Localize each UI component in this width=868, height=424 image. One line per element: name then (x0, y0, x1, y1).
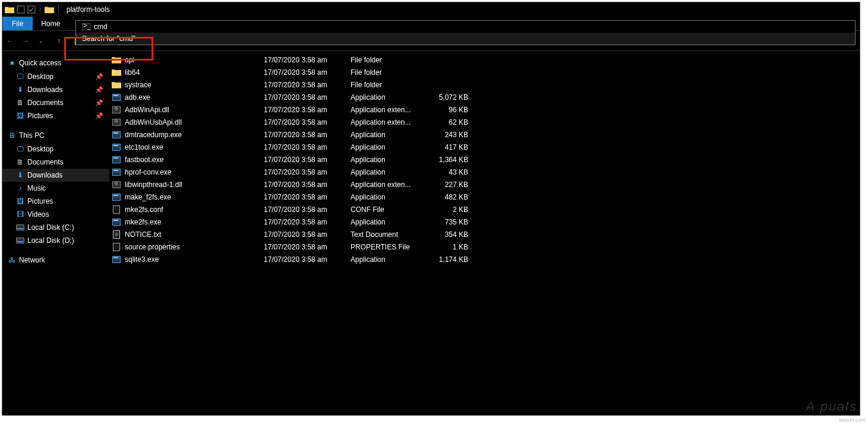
sidebar-item-label: Desktop (27, 145, 53, 153)
pictures-icon: 🖼 (15, 197, 25, 206)
file-row[interactable]: dmtracedump.exe 17/07/2020 3:58 am Appli… (109, 128, 860, 141)
thispc-header[interactable]: 🖥 This PC (2, 128, 109, 143)
file-name: fastboot.exe (124, 156, 264, 164)
file-type: Application exten... (351, 118, 430, 126)
file-date: 17/07/2020 3:58 am (264, 68, 351, 77)
sidebar-item[interactable]: Local Disk (C:) (2, 221, 109, 234)
sidebar-item[interactable]: ♪ Music (2, 182, 109, 195)
file-row[interactable]: AdbWinUsbApi.dll 17/07/2020 3:58 am Appl… (109, 116, 860, 128)
documents-icon: 🗎 (15, 98, 25, 107)
file-icon (109, 144, 124, 151)
file-row[interactable]: source.properties 17/07/2020 3:58 am PRO… (109, 241, 860, 253)
file-name: etc1tool.exe (124, 143, 264, 151)
file-size: 1 KB (430, 243, 472, 251)
back-button[interactable]: ← (2, 33, 18, 49)
suggestion-item[interactable]: >_ cmd (76, 21, 855, 33)
sidebar-item[interactable]: 🖵 Desktop 📌 (2, 70, 109, 83)
file-size: 243 KB (430, 131, 472, 139)
file-name: api (124, 56, 264, 64)
file-date: 17/07/2020 3:58 am (264, 156, 351, 164)
file-date: 17/07/2020 3:58 am (264, 81, 351, 89)
file-name: mke2fs.exe (124, 218, 264, 226)
recent-dropdown[interactable]: ⌄ (33, 33, 49, 49)
pin-icon: 📌 (95, 99, 103, 107)
qat-button[interactable] (17, 5, 25, 14)
sidebar-item[interactable]: ⬇ Downloads (2, 169, 109, 182)
sidebar-item[interactable]: 🖵 Desktop (2, 143, 109, 156)
sidebar-item[interactable]: 🗎 Documents (2, 156, 109, 169)
sidebar-item[interactable]: 🗎 Documents 📌 (2, 96, 109, 109)
file-icon (109, 106, 124, 113)
file-row[interactable]: api 17/07/2020 3:58 am File folder (109, 53, 860, 66)
file-row[interactable]: make_f2fs.exe 17/07/2020 3:58 am Applica… (109, 191, 860, 203)
file-date: 17/07/2020 3:58 am (264, 131, 351, 139)
sidebar-item[interactable]: ⬇ Downloads 📌 (2, 83, 109, 96)
file-name: dmtracedump.exe (124, 131, 264, 139)
file-row[interactable]: AdbWinApi.dll 17/07/2020 3:58 am Applica… (109, 103, 860, 116)
suggestion-label: cmd (94, 23, 108, 31)
quick-access-group: ★ Quick access 🖵 Desktop 📌 ⬇ Downloads 📌… (2, 56, 109, 122)
file-row[interactable]: sqlite3.exe 17/07/2020 3:58 am Applicati… (109, 253, 860, 265)
file-icon (109, 205, 124, 214)
file-tab[interactable]: File (2, 17, 33, 30)
pin-icon: 📌 (95, 86, 103, 94)
file-date: 17/07/2020 3:58 am (264, 118, 351, 126)
sidebar-item[interactable]: Local Disk (D:) (2, 234, 109, 247)
file-size: 227 KB (430, 181, 472, 189)
file-row[interactable]: mke2fs.conf 17/07/2020 3:58 am CONF File… (109, 203, 860, 216)
file-size: 417 KB (430, 143, 472, 151)
file-type: CONF File (351, 205, 430, 214)
file-name: systrace (124, 81, 264, 89)
sidebar-item[interactable]: 🖼 Pictures 📌 (2, 109, 109, 122)
sidebar-item[interactable]: 🖼 Pictures (2, 195, 109, 208)
file-row[interactable]: mke2fs.exe 17/07/2020 3:58 am Applicatio… (109, 216, 860, 228)
sidebar-item-label: Local Disk (D:) (27, 236, 74, 245)
suggestion-search[interactable]: Search for "cmd" (76, 33, 855, 45)
network-header[interactable]: 🖧 Network (2, 253, 109, 267)
file-icon (109, 119, 124, 126)
file-date: 17/07/2020 3:58 am (264, 218, 351, 226)
file-icon (109, 156, 124, 163)
file-type: Application (351, 168, 430, 176)
up-button[interactable]: ↑ (51, 33, 67, 49)
sidebar-item-label: Documents (27, 99, 64, 107)
file-name: AdbWinUsbApi.dll (124, 118, 264, 126)
file-icon (109, 94, 124, 101)
file-type: Application (351, 255, 430, 264)
desktop-icon: 🖵 (15, 72, 25, 81)
quick-access-header[interactable]: ★ Quick access (2, 56, 109, 70)
network-group: 🖧 Network (2, 253, 109, 267)
file-row[interactable]: systrace 17/07/2020 3:58 am File folder (109, 78, 860, 91)
sidebar-item[interactable]: 🎞 Videos (2, 208, 109, 221)
file-row[interactable]: adb.exe 17/07/2020 3:58 am Application 5… (109, 91, 860, 103)
documents-icon: 🗎 (15, 157, 25, 167)
source-watermark: wsxun.com (839, 417, 866, 423)
file-type: Application (351, 143, 430, 151)
qat-button[interactable] (27, 5, 36, 14)
file-type: PROPERTIES File (351, 243, 430, 251)
folder-icon (45, 5, 54, 14)
file-name: hprof-conv.exe (124, 168, 264, 176)
file-row[interactable]: etc1tool.exe 17/07/2020 3:58 am Applicat… (109, 141, 860, 153)
pc-icon: 🖥 (7, 131, 17, 140)
forward-button[interactable]: → (18, 33, 33, 49)
home-tab[interactable]: Home (33, 17, 68, 30)
sidebar-item-label: Videos (27, 210, 49, 219)
file-icon (109, 131, 124, 138)
file-date: 17/07/2020 3:58 am (264, 106, 351, 114)
file-type: File folder (351, 56, 430, 64)
file-row[interactable]: libwinpthread-1.dll 17/07/2020 3:58 am A… (109, 178, 860, 191)
suggestion-label: Search for "cmd" (82, 34, 135, 43)
file-row[interactable]: NOTICE.txt 17/07/2020 3:58 am Text Docum… (109, 228, 860, 241)
file-date: 17/07/2020 3:58 am (264, 243, 351, 251)
navigation-pane: ★ Quick access 🖵 Desktop 📌 ⬇ Downloads 📌… (2, 51, 109, 415)
thispc-group: 🖥 This PC 🖵 Desktop 🗎 Documents ⬇ Downlo… (2, 128, 109, 247)
file-row[interactable]: fastboot.exe 17/07/2020 3:58 am Applicat… (109, 153, 860, 166)
file-row[interactable]: hprof-conv.exe 17/07/2020 3:58 am Applic… (109, 166, 860, 178)
file-name: AdbWinApi.dll (124, 106, 264, 114)
file-type: File folder (351, 68, 430, 77)
file-row[interactable]: lib64 17/07/2020 3:58 am File folder (109, 66, 860, 78)
watermark: A puals (806, 399, 857, 414)
file-icon (109, 219, 124, 226)
sidebar-item-label: Pictures (27, 197, 53, 205)
